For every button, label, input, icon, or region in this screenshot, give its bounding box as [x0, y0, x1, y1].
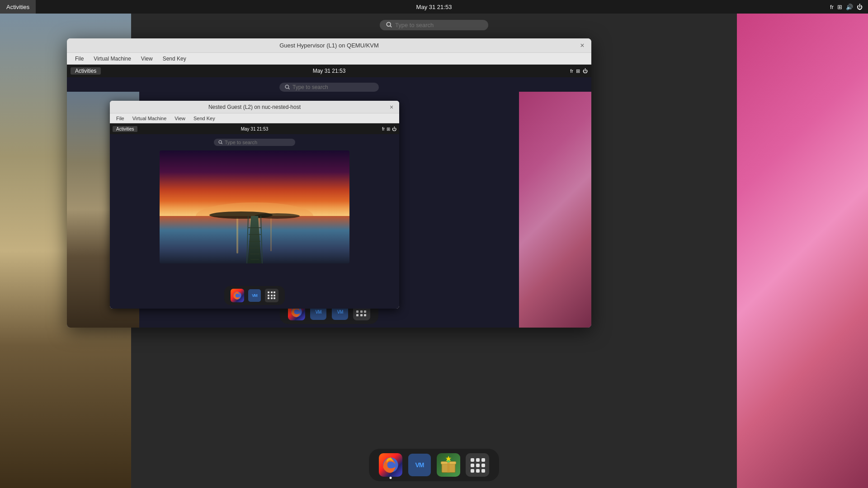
l1-close-button[interactable]: × — [578, 41, 587, 50]
l2-inner-topbar: Activities May 31 21:53 fr ⊞ ⏻ — [110, 123, 399, 134]
desktop-bg-right — [737, 14, 868, 488]
top-bar-datetime: May 31 21:53 — [416, 4, 452, 10]
l2-sunset-wallpaper — [160, 150, 349, 263]
main-dock-packages[interactable] — [437, 453, 460, 477]
svg-point-4 — [219, 141, 222, 143]
l2-status-icons: fr ⊞ ⏻ — [382, 127, 396, 131]
l2-lang-indicator: fr — [382, 127, 385, 131]
l1-search-box[interactable] — [279, 83, 379, 92]
l2-menu-virtual-machine[interactable]: Virtual Machine — [129, 115, 170, 122]
l1-inner-datetime: May 31 21:53 — [313, 68, 346, 74]
l2-dock-firefox[interactable] — [231, 289, 244, 302]
l1-titlebar: Guest Hypervisor (L1) on QEMU/KVM × — [67, 38, 591, 53]
l1-search-input[interactable] — [292, 84, 365, 90]
main-dock-firefox-dot — [390, 477, 392, 479]
volume-icon: 🔊 — [846, 4, 853, 10]
svg-rect-18 — [249, 241, 260, 242]
l1-menu-virtual-machine[interactable]: Virtual Machine — [89, 55, 136, 63]
main-dock-virt-manager[interactable]: VM — [408, 453, 431, 477]
desktop: Guest Hypervisor (L1) on QEMU/KVM × File… — [0, 14, 868, 488]
main-dock-apps-grid[interactable] — [466, 453, 489, 477]
l2-titlebar: Nested Guest (L2) on nuc-nested-host × — [110, 101, 399, 113]
svg-point-0 — [387, 22, 391, 26]
l2-search-box[interactable] — [214, 139, 295, 146]
svg-rect-31 — [447, 461, 450, 463]
l2-menubar: File Virtual Machine View Send Key — [110, 113, 399, 123]
power-icon: ⏻ — [857, 4, 863, 10]
svg-rect-19 — [250, 248, 260, 249]
l2-power-icon: ⏻ — [392, 127, 396, 131]
l1-menubar: File Virtual Machine View Send Key — [67, 53, 591, 65]
l1-status-icons: fr ⊞ ⏻ — [570, 68, 588, 74]
search-icon — [386, 22, 392, 28]
main-dock-firefox[interactable] — [379, 453, 402, 477]
l2-dock: VM — [224, 286, 285, 305]
l1-bg-right — [519, 92, 591, 328]
l1-search-container — [67, 83, 591, 92]
svg-line-3 — [288, 88, 290, 89]
l2-menu-send-key[interactable]: Send Key — [190, 115, 219, 122]
l2-desktop-area: VM — [110, 146, 399, 309]
l1-menu-view[interactable]: View — [137, 55, 157, 63]
l2-dock-apps-grid[interactable] — [265, 289, 278, 302]
l2-dock-virt-manager[interactable]: VM — [248, 289, 261, 302]
svg-rect-9 — [236, 217, 238, 253]
top-bar-right: fr ⊞ 🔊 ⏻ — [830, 4, 868, 10]
l2-activities-button[interactable]: Activities — [113, 126, 137, 132]
svg-point-2 — [285, 85, 289, 89]
l2-network-icon: ⊞ — [387, 127, 390, 131]
svg-line-5 — [222, 143, 222, 144]
l2-window-title: Nested Guest (L2) on nuc-nested-host — [208, 104, 301, 110]
l2-search-icon — [218, 140, 223, 145]
top-bar-left: Activities — [0, 0, 36, 14]
l1-search-icon — [285, 84, 290, 90]
l1-network-icon: ⊞ — [576, 68, 580, 74]
l2-inner-datetime: May 31 21:53 — [241, 127, 269, 131]
l1-power-icon: ⏻ — [583, 68, 588, 74]
l2-menu-view[interactable]: View — [171, 115, 189, 122]
l1-window-title: Guest Hypervisor (L1) on QEMU/KVM — [279, 42, 379, 49]
l2-search-container — [110, 139, 399, 146]
svg-rect-21 — [250, 259, 259, 260]
activities-button[interactable]: Activities — [0, 0, 36, 14]
main-search-box[interactable] — [380, 20, 488, 30]
l2-virt-window: Nested Guest (L2) on nuc-nested-host × F… — [110, 101, 399, 309]
top-bar: Activities May 31 21:53 fr ⊞ 🔊 ⏻ — [0, 0, 868, 14]
svg-rect-17 — [249, 234, 261, 235]
svg-rect-29 — [447, 462, 450, 473]
svg-rect-12 — [270, 217, 272, 251]
main-dock-container: VM — [0, 449, 868, 481]
l1-desktop-area: Nested Guest (L2) on nuc-nested-host × F… — [67, 92, 591, 328]
l2-inner-desktop: Activities May 31 21:53 fr ⊞ ⏻ — [110, 123, 399, 309]
l2-search-input[interactable] — [225, 140, 283, 145]
svg-rect-16 — [248, 227, 261, 228]
l2-menu-file[interactable]: File — [113, 115, 128, 122]
search-input[interactable] — [395, 22, 476, 28]
svg-rect-20 — [250, 253, 259, 254]
search-container — [0, 14, 868, 36]
lang-indicator: fr — [830, 4, 834, 10]
l1-menu-file[interactable]: File — [71, 55, 88, 63]
network-icon: ⊞ — [837, 4, 842, 10]
l1-inner-topbar: Activities May 31 21:53 fr ⊞ ⏻ — [67, 65, 591, 77]
l1-lang-indicator: fr — [570, 68, 573, 74]
l1-activities-button[interactable]: Activities — [71, 67, 101, 75]
main-dock: VM — [369, 449, 499, 481]
l1-virt-window: Guest Hypervisor (L1) on QEMU/KVM × File… — [67, 38, 591, 328]
svg-line-1 — [390, 26, 392, 27]
l1-inner-desktop: Activities May 31 21:53 fr ⊞ ⏻ — [67, 65, 591, 328]
l1-menu-send-key[interactable]: Send Key — [158, 55, 191, 63]
l2-close-button[interactable]: × — [387, 103, 396, 111]
